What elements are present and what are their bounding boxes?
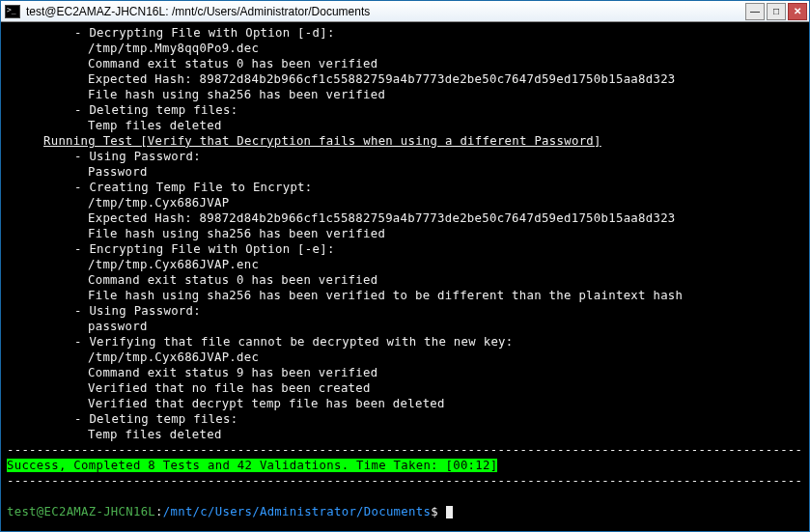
- output-line: /tmp/tmp.Cyx686JVAP: [7, 196, 803, 211]
- window-controls: — □ ✕: [745, 3, 807, 20]
- output-line: Command exit status 0 has been verified: [7, 273, 803, 289]
- output-line: /tmp/tmp.Mmy8qq0Po9.dec: [7, 42, 803, 57]
- separator-line: ----------------------------------------…: [7, 443, 803, 459]
- output-line: - Verifying that file cannot be decrypte…: [7, 335, 803, 350]
- success-message: Success, Completed 8 Tests and 42 Valida…: [7, 459, 497, 472]
- prompt-user: test@EC2AMAZ-JHCN16L: [7, 505, 155, 518]
- close-button[interactable]: ✕: [788, 3, 807, 20]
- output-line: File hash using sha256 has been verified: [7, 227, 803, 242]
- output-line: - Creating Temp File to Encrypt:: [7, 181, 803, 196]
- prompt-line[interactable]: test@EC2AMAZ-JHCN16L:/mnt/c/Users/Admini…: [7, 505, 803, 520]
- output-line: Expected Hash: 89872d84b2b966cf1c5588275…: [7, 72, 803, 88]
- output-line: password: [7, 320, 803, 335]
- minimize-button[interactable]: —: [745, 3, 765, 20]
- maximize-button[interactable]: □: [767, 3, 786, 20]
- prompt-path: /mnt/c/Users/Administrator/Documents: [163, 505, 431, 518]
- output-line: /tmp/tmp.Cyx686JVAP.enc: [7, 258, 803, 273]
- output-line: Verified that decrypt temp file has been…: [7, 397, 803, 412]
- output-line: Command exit status 9 has been verified: [7, 366, 803, 381]
- output-line: Verified that no file has been created: [7, 381, 803, 397]
- output-line: - Encrypting File with Option [-e]:: [7, 242, 803, 258]
- prompt-symbol: $: [431, 505, 438, 518]
- output-line: Password: [7, 165, 803, 181]
- output-line: - Decrypting File with Option [-d]:: [7, 26, 803, 42]
- output-line: - Using Password:: [7, 304, 803, 320]
- success-line: Success, Completed 8 Tests and 42 Valida…: [7, 459, 803, 474]
- output-line: - Deleting temp files:: [7, 103, 803, 119]
- output-line: Expected Hash: 89872d84b2b966cf1c5588275…: [7, 211, 803, 227]
- output-line: File hash using sha256 has been verified: [7, 88, 803, 103]
- blank-line: [7, 490, 803, 505]
- window-title: test@EC2AMAZ-JHCN16L: /mnt/c/Users/Admin…: [26, 5, 745, 18]
- output-line: Temp files deleted: [7, 119, 803, 134]
- cursor-icon: [446, 506, 453, 518]
- window-titlebar: test@EC2AMAZ-JHCN16L: /mnt/c/Users/Admin…: [1, 1, 809, 22]
- prompt-separator: :: [155, 505, 163, 518]
- test-header: Running Test [Verify that Decryption fai…: [7, 134, 803, 150]
- terminal-output[interactable]: - Decrypting File with Option [-d]: /tmp…: [1, 22, 809, 531]
- terminal-icon: [5, 5, 20, 18]
- output-line: File hash using sha256 has been verified…: [7, 289, 803, 304]
- output-line: Command exit status 0 has been verified: [7, 57, 803, 72]
- output-line: Temp files deleted: [7, 428, 803, 443]
- output-line: - Using Password:: [7, 150, 803, 165]
- output-line: - Deleting temp files:: [7, 412, 803, 428]
- separator-line: ----------------------------------------…: [7, 474, 803, 490]
- output-line: /tmp/tmp.Cyx686JVAP.dec: [7, 350, 803, 366]
